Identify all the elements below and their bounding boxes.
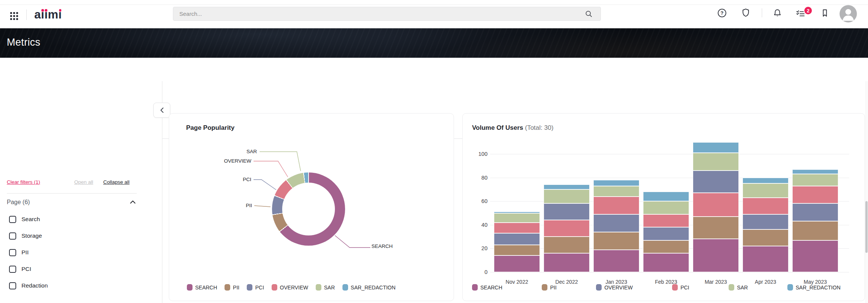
bar-legend-item-sar_redaction[interactable]: SAR_REDACTION <box>787 284 840 291</box>
donut-label-pii: PII <box>246 203 252 208</box>
donut-legend-item-search[interactable]: SEARCH <box>187 284 217 291</box>
bar-segment-sar <box>792 174 838 186</box>
metrics-tabs: Usage KPIs UX <box>0 58 868 81</box>
donut-legend-item-sar[interactable]: SAR <box>316 284 335 291</box>
aiimi-logo[interactable]: aıımı <box>34 8 62 22</box>
shield-icon[interactable] <box>741 8 751 18</box>
legend-label: SAR <box>737 285 748 291</box>
checkbox-label: Search <box>21 216 40 223</box>
bar-segment-overview <box>643 227 689 240</box>
checkbox-label: Redaction <box>21 282 48 289</box>
collapse-sidebar-button[interactable] <box>153 103 170 118</box>
bar-segment-sar_redaction <box>544 185 590 189</box>
donut-chart-title: Page Popularity <box>186 124 234 132</box>
bar-legend-item-sar[interactable]: SAR <box>729 284 748 291</box>
collapse-all-link[interactable]: Collapse all <box>103 179 130 185</box>
legend-swatch <box>672 284 678 291</box>
bar-legend-item-pii[interactable]: PII <box>542 284 556 291</box>
checkbox-label: PII <box>21 249 29 256</box>
volume-of-users-card: Volume Of Users (Total: 30) 020406080100… <box>462 113 865 301</box>
filter-row-search: Search <box>9 215 40 223</box>
legend-swatch <box>316 284 321 291</box>
filter-row-pci: PCI <box>9 265 31 273</box>
bar-segment-pci <box>494 223 540 233</box>
bar-nov-2022 <box>494 212 540 272</box>
bar-segment-pii <box>743 229 789 246</box>
legend-label: PII <box>233 285 239 291</box>
donut-hole <box>282 183 335 235</box>
clear-filters-link[interactable]: Clear filters (1) <box>7 179 40 185</box>
bar-segment-sar_redaction <box>792 169 838 174</box>
search-input[interactable] <box>173 7 601 21</box>
bar-mar-2023 <box>693 142 739 272</box>
bar-segment-search <box>792 240 838 272</box>
y-axis-label: 0 <box>463 269 487 275</box>
bar-legend-item-pci[interactable]: PCI <box>672 284 689 291</box>
checkbox[interactable] <box>9 266 16 273</box>
donut-legend-item-pci[interactable]: PCI <box>247 284 264 291</box>
bar-segment-overview <box>792 203 838 221</box>
bar-legend-item-overview[interactable]: OVERVIEW <box>596 284 633 291</box>
page-scrollbar-thumb[interactable] <box>865 201 868 253</box>
app-launcher-icon[interactable] <box>10 12 18 20</box>
bar-legend-item-search[interactable]: SEARCH <box>472 284 502 291</box>
legend-label: SAR <box>324 285 335 291</box>
filters-sidebar: Clear filters (1) Open all Collapse all … <box>0 81 162 303</box>
logo-divider <box>26 9 27 20</box>
top-app-bar: aıımı ? 2 <box>0 0 868 28</box>
top-divider <box>0 5 868 5</box>
bar-segment-overview <box>743 214 789 230</box>
donut-label-pci: PCI <box>243 177 251 182</box>
bar-chart-legend: SEARCHPIIOVERVIEWPCISARSAR_REDACTION <box>472 284 840 291</box>
user-avatar[interactable] <box>839 5 857 23</box>
checkbox-label: PCI <box>21 266 31 272</box>
donut-legend-item-pii[interactable]: PII <box>225 284 239 291</box>
bar-segment-pci <box>743 198 789 214</box>
legend-label: OVERVIEW <box>604 285 633 291</box>
checkbox[interactable] <box>9 249 16 256</box>
legend-swatch <box>787 284 793 291</box>
page-popularity-card: Page Popularity SAROVERVIEWPCIPIISEARCH … <box>169 113 454 301</box>
chevron-up-icon <box>130 200 136 204</box>
legend-label: SAR_REDACTION <box>796 285 840 291</box>
page-scrollbar-track[interactable] <box>865 81 868 303</box>
checkbox[interactable] <box>9 282 16 289</box>
legend-label: PCI <box>255 285 264 291</box>
donut-label-sar: SAR <box>246 149 257 154</box>
donut-legend-item-sar_redaction[interactable]: SAR_REDACTION <box>342 284 396 291</box>
sidebar-divider <box>7 193 137 194</box>
bar-segment-pci <box>693 193 739 217</box>
bar-segment-pii <box>643 240 689 253</box>
y-axis-label: 100 <box>463 151 487 157</box>
legend-swatch <box>596 284 602 291</box>
search-icon[interactable] <box>584 9 594 19</box>
notification-count-badge[interactable]: 2 <box>804 6 813 15</box>
legend-label: SEARCH <box>195 285 217 291</box>
bookmark-icon[interactable] <box>820 8 830 18</box>
bar-segment-sar <box>544 189 590 204</box>
bar-segment-sar <box>593 186 639 197</box>
bar-segment-pci <box>593 197 639 214</box>
notifications-bell-icon[interactable] <box>772 8 782 18</box>
chevron-left-icon <box>160 107 164 113</box>
metrics-dashboard: aıımı ? 2 <box>0 0 868 303</box>
bar-feb-2023 <box>643 192 689 272</box>
bar-segment-search <box>494 255 540 272</box>
bar-may-2023 <box>792 169 838 272</box>
open-all-link[interactable]: Open all <box>74 179 93 185</box>
legend-swatch <box>472 284 478 291</box>
help-icon[interactable]: ? <box>717 8 727 18</box>
checkbox[interactable] <box>9 232 16 240</box>
bar-segment-sar <box>643 201 689 214</box>
donut-legend-item-overview[interactable]: OVERVIEW <box>272 284 308 291</box>
bar-segment-overview <box>593 214 639 232</box>
filter-row-redaction: Redaction <box>9 281 48 290</box>
icons-divider <box>762 8 762 17</box>
y-axis-label: 20 <box>463 245 487 251</box>
legend-label: SEARCH <box>480 285 502 291</box>
filter-group-page[interactable]: Page (6) <box>7 199 137 207</box>
legend-swatch <box>542 284 547 291</box>
bar-segment-search <box>743 246 789 272</box>
checkbox[interactable] <box>9 216 16 223</box>
y-axis-label: 60 <box>463 198 487 204</box>
